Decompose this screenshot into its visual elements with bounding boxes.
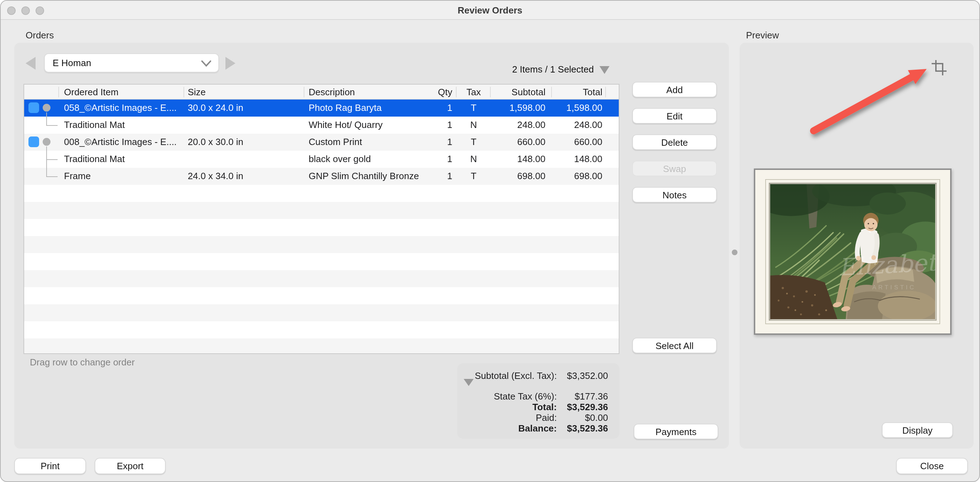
row-bullet-icon	[43, 104, 51, 111]
total-value: $3,529.36	[567, 402, 608, 412]
order-totals-box: Subtotal (Excl. Tax): $3,352.00 State Ta…	[457, 363, 619, 439]
cell-ordered-item: Traditional Mat	[64, 116, 186, 134]
column-header-tax: Tax	[460, 84, 488, 100]
previous-client-arrow-icon[interactable]	[25, 57, 35, 70]
column-header-total: Total	[555, 84, 602, 100]
export-button[interactable]: Export	[95, 458, 166, 474]
cell-total: 698.00	[555, 168, 602, 185]
cell-ordered-item: 058_©Artistic Images - E....	[64, 100, 186, 116]
order-items-table: Ordered Item Size Description Qty Tax Su…	[24, 84, 619, 354]
table-row-child-frame[interactable]: Frame 24.0 x 34.0 in GNP Slim Chantilly …	[24, 168, 619, 185]
subtotal-value: $3,352.00	[567, 371, 608, 381]
boy-portrait-photo: Elizabeth ARTISTIC	[770, 184, 935, 319]
tree-connector	[46, 125, 57, 126]
cell-description: Photo Rag Baryta	[309, 100, 435, 116]
table-row-child-mat[interactable]: Traditional Mat White Hot/ Quarry 1 N 24…	[24, 116, 619, 134]
titlebar: Review Orders	[1, 1, 979, 20]
column-header-description: Description	[309, 84, 355, 100]
orders-panel: E Homan 2 Items / 1 Selected Ordered Ite…	[14, 43, 729, 449]
cell-description: black over gold	[309, 151, 435, 168]
notes-button[interactable]: Notes	[632, 187, 717, 203]
delete-button[interactable]: Delete	[632, 134, 717, 150]
tax-label: State Tax (6%):	[494, 391, 557, 402]
cell-description: White Hot/ Quarry	[309, 116, 435, 134]
cell-description: GNP Slim Chantilly Bronze	[309, 168, 435, 185]
cell-total: 1,598.00	[555, 100, 602, 116]
display-button[interactable]: Display	[882, 422, 953, 438]
column-header-ordered-item: Ordered Item	[64, 84, 118, 100]
cell-ordered-item: 008_©Artistic Images - E....	[64, 134, 186, 151]
cell-tax: T	[460, 168, 488, 185]
client-dropdown-value: E Homan	[52, 57, 91, 68]
cell-ordered-item: Frame	[64, 168, 186, 185]
review-orders-window: Review Orders Orders Preview E Homan 2 I…	[0, 0, 980, 482]
row-checkbox[interactable]	[29, 102, 39, 113]
table-header: Ordered Item Size Description Qty Tax Su…	[24, 84, 619, 100]
payments-button[interactable]: Payments	[634, 424, 718, 439]
cell-subtotal: 1,598.00	[493, 100, 546, 116]
client-dropdown[interactable]: E Homan	[44, 53, 219, 73]
table-row-child-mat-2[interactable]: Traditional Mat black over gold 1 N 148.…	[24, 151, 619, 168]
paid-label: Paid:	[536, 412, 557, 423]
add-button[interactable]: Add	[632, 82, 717, 97]
empty-rows-area	[24, 185, 619, 353]
cell-subtotal: 148.00	[493, 151, 546, 168]
tax-value: $177.36	[574, 391, 608, 402]
crop-icon[interactable]	[932, 60, 947, 76]
cell-ordered-item: Traditional Mat	[64, 151, 186, 168]
cell-qty: 1	[422, 134, 452, 151]
select-all-button[interactable]: Select All	[632, 338, 717, 353]
tree-connector	[46, 112, 47, 125]
table-row-item-2[interactable]: 008_©Artistic Images - E.... 20.0 x 30.0…	[24, 134, 619, 151]
cell-total: 248.00	[555, 116, 602, 134]
cell-qty: 1	[422, 151, 452, 168]
row-checkbox[interactable]	[29, 137, 39, 147]
column-header-subtotal: Subtotal	[493, 84, 546, 100]
cell-subtotal: 248.00	[493, 116, 546, 134]
cell-description: Custom Print	[309, 134, 435, 151]
drag-hint-text: Drag row to change order	[30, 357, 135, 367]
paid-value: $0.00	[585, 412, 608, 423]
preview-panel: Elizabeth ARTISTIC Display	[740, 43, 974, 449]
cell-subtotal: 660.00	[493, 134, 546, 151]
cell-tax: T	[460, 100, 488, 116]
selection-filter-triangle-icon[interactable]	[600, 66, 609, 74]
cell-size: 20.0 x 30.0 in	[188, 134, 305, 151]
subtotal-label: Subtotal (Excl. Tax):	[475, 371, 557, 381]
cell-tax: N	[460, 151, 488, 168]
cell-qty: 1	[422, 116, 452, 134]
tree-connector	[46, 159, 57, 160]
edit-button[interactable]: Edit	[632, 108, 717, 124]
preview-image-frame: Elizabeth ARTISTIC	[754, 169, 951, 335]
panel-splitter-handle[interactable]	[732, 250, 738, 255]
balance-label: Balance:	[519, 423, 557, 434]
chevron-down-icon	[201, 60, 211, 67]
preview-section-label: Preview	[746, 30, 779, 41]
total-label: Total:	[532, 402, 557, 412]
window-title: Review Orders	[1, 1, 979, 20]
cell-size: 24.0 x 34.0 in	[188, 168, 305, 185]
cell-total: 660.00	[555, 134, 602, 151]
row-bullet-icon	[43, 138, 51, 146]
watermark-script: Elizabeth	[837, 248, 935, 281]
watermark-caption: ARTISTIC	[872, 284, 916, 291]
column-header-size: Size	[188, 84, 206, 100]
balance-value: $3,529.36	[567, 423, 608, 434]
close-button[interactable]: Close	[896, 458, 968, 474]
next-client-arrow-icon[interactable]	[226, 57, 235, 70]
orders-section-label: Orders	[25, 30, 54, 41]
swap-button[interactable]: Swap	[632, 161, 717, 176]
tree-connector	[46, 176, 57, 177]
preview-photo: Elizabeth ARTISTIC	[769, 183, 937, 321]
table-row-item-1[interactable]: 058_©Artistic Images - E.... 30.0 x 24.0…	[24, 100, 619, 116]
cell-tax: N	[460, 116, 488, 134]
cell-subtotal: 698.00	[493, 168, 546, 185]
cell-size: 30.0 x 24.0 in	[188, 100, 305, 116]
print-button[interactable]: Print	[14, 458, 86, 474]
cell-total: 148.00	[555, 151, 602, 168]
cell-qty: 1	[422, 100, 452, 116]
tree-connector	[46, 146, 47, 176]
cell-tax: T	[460, 134, 488, 151]
selection-summary: 2 Items / 1 Selected	[512, 64, 594, 75]
column-header-qty: Qty	[422, 84, 452, 100]
